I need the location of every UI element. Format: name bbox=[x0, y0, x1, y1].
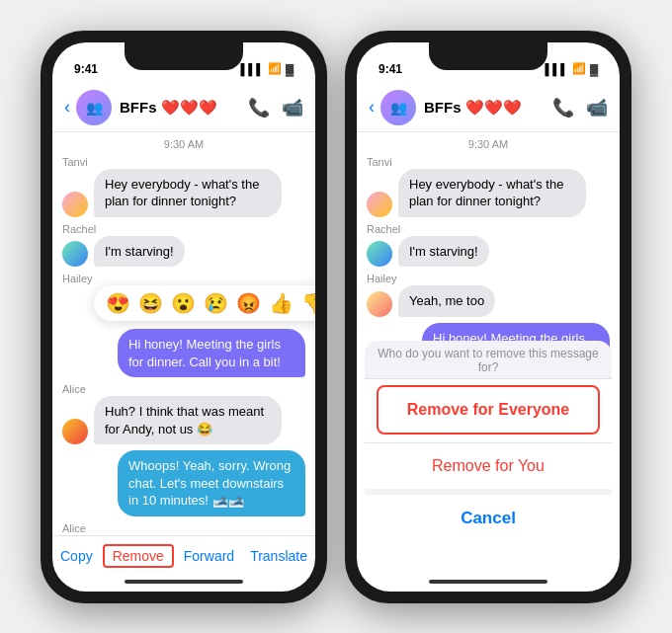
msg-p2-tanvi: Tanvi Hey everybody - what's the plan fo… bbox=[367, 156, 610, 217]
messages-area-1: Tanvi Hey everybody - what's the plan fo… bbox=[52, 152, 315, 535]
back-button-1[interactable]: ‹ bbox=[64, 97, 70, 118]
phone-icon-2[interactable]: 📞 bbox=[552, 97, 574, 119]
signal-icon-2: ▌▌▌ bbox=[546, 63, 568, 75]
status-icons-2: ▌▌▌ 📶 ▓ bbox=[546, 62, 598, 75]
signal-icon: ▌▌▌ bbox=[241, 63, 264, 75]
copy-button[interactable]: Copy bbox=[54, 544, 99, 568]
bubble-rachel: I'm starving! bbox=[94, 236, 185, 268]
msg-row-alice1: Huh? I think that was meant for Andy, no… bbox=[62, 396, 305, 444]
msg-p2-rachel: Rachel I'm starving! bbox=[367, 223, 610, 268]
emoji-love[interactable]: 😍 bbox=[106, 291, 130, 315]
home-indicator-2 bbox=[357, 572, 620, 592]
msg-sender-alice2: Alice Tell Andy hi -- see all of you soo… bbox=[62, 522, 305, 535]
battery-icon-2: ▓ bbox=[590, 63, 598, 75]
msg-row-tanvi: Hey everybody - what's the plan for dinn… bbox=[62, 169, 305, 217]
phone-1: 9:41 ▌▌▌ 📶 ▓ ‹ 👥 BFFs ❤️❤️❤️ 📞 📹 9:30 AM bbox=[41, 31, 327, 603]
bubble-p2-hailey: Yeah, me too bbox=[398, 285, 495, 317]
remove-you-option[interactable]: Remove for You bbox=[365, 443, 612, 489]
msg-sender-alice1: Alice Huh? I think that was meant for An… bbox=[62, 383, 305, 444]
bubble-out2: Whoops! Yeah, sorry. Wrong chat. Let's m… bbox=[118, 450, 305, 516]
status-icons-1: ▌▌▌ 📶 ▓ bbox=[241, 62, 294, 75]
cancel-option[interactable]: Cancel bbox=[365, 495, 612, 542]
dialog-title-text: Who do you want to remove this message f… bbox=[365, 341, 612, 378]
notch-2 bbox=[429, 42, 547, 70]
avatar-p2-rachel bbox=[367, 241, 392, 267]
home-bar-1 bbox=[125, 580, 243, 584]
avatar-alice1 bbox=[62, 419, 88, 444]
wifi-icon: 📶 bbox=[268, 62, 282, 75]
translate-button[interactable]: Translate bbox=[244, 544, 313, 568]
bubble-out1: Hi honey! Meeting the girls for dinner. … bbox=[118, 329, 305, 377]
msg-row-out2: Whoops! Yeah, sorry. Wrong chat. Let's m… bbox=[62, 450, 305, 516]
emoji-angry[interactable]: 😡 bbox=[236, 291, 261, 315]
home-bar-2 bbox=[429, 580, 547, 584]
dialog-options: Remove for Everyone Remove for You bbox=[365, 378, 612, 489]
home-indicator-1 bbox=[52, 572, 315, 592]
video-icon-1[interactable]: 📹 bbox=[282, 97, 303, 119]
bubble-p2-rachel: I'm starving! bbox=[398, 236, 489, 268]
msg-p2-hailey: Hailey Yeah, me too bbox=[367, 273, 610, 317]
group-name-1: BFFs ❤️❤️❤️ bbox=[120, 99, 248, 117]
nav-actions-2: 📞 📹 bbox=[552, 97, 608, 119]
nav-bar-2: ‹ 👥 BFFs ❤️❤️❤️ 📞 📹 bbox=[357, 86, 620, 132]
forward-button[interactable]: Forward bbox=[178, 544, 240, 568]
emoji-wow[interactable]: 😮 bbox=[171, 291, 196, 315]
bottom-toolbar-1: Copy Remove Forward Translate bbox=[52, 535, 315, 572]
battery-icon: ▓ bbox=[286, 63, 294, 75]
dialog-gap bbox=[365, 489, 612, 495]
phone-2: 9:41 ▌▌▌ 📶 ▓ ‹ 👥 BFFs ❤️❤️❤️ 📞 📹 9:30 AM bbox=[345, 31, 631, 603]
dialog-container: Who do you want to remove this message f… bbox=[357, 341, 620, 542]
avatar-p2-hailey bbox=[367, 291, 392, 317]
group-avatar-1: 👥 bbox=[76, 90, 112, 125]
avatar-p2-tanvi bbox=[367, 192, 392, 217]
bubble-alice1: Huh? I think that was meant for Andy, no… bbox=[94, 396, 282, 444]
nav-actions-1: 📞 📹 bbox=[248, 97, 303, 119]
nav-bar-1: ‹ 👥 BFFs ❤️❤️❤️ 📞 📹 bbox=[52, 86, 315, 132]
group-avatar-2: 👥 bbox=[380, 90, 416, 125]
emoji-thumbsdown[interactable]: 👎 bbox=[301, 291, 315, 315]
phone-icon-1[interactable]: 📞 bbox=[248, 97, 270, 119]
video-icon-2[interactable]: 📹 bbox=[586, 97, 608, 119]
notch-1 bbox=[125, 42, 243, 70]
emoji-thumbsup[interactable]: 👍 bbox=[269, 291, 294, 315]
group-name-2: BFFs ❤️❤️❤️ bbox=[424, 99, 552, 117]
timestamp-1: 9:30 AM bbox=[52, 132, 315, 152]
msg-row-out1: Hi honey! Meeting the girls for dinner. … bbox=[62, 329, 305, 377]
msg-row-rachel: I'm starving! bbox=[62, 236, 305, 268]
time-2: 9:41 bbox=[378, 62, 402, 76]
time-1: 9:41 bbox=[74, 62, 98, 76]
wifi-icon-2: 📶 bbox=[572, 62, 586, 75]
remove-button[interactable]: Remove bbox=[103, 544, 174, 568]
dialog-divider-top bbox=[365, 378, 612, 379]
timestamp-2: 9:30 AM bbox=[357, 132, 620, 152]
remove-everyone-option[interactable]: Remove for Everyone bbox=[377, 385, 600, 435]
reaction-bar: 😍 😆 😮 😢 😡 👍 👎 bbox=[94, 285, 315, 321]
bubble-p2-tanvi: Hey everybody - what's the plan for dinn… bbox=[398, 169, 586, 217]
bubble-tanvi: Hey everybody - what's the plan for dinn… bbox=[94, 169, 282, 217]
emoji-laugh[interactable]: 😆 bbox=[138, 291, 163, 315]
msg-sender-tanvi: Tanvi Hey everybody - what's the plan fo… bbox=[62, 156, 305, 217]
back-button-2[interactable]: ‹ bbox=[369, 97, 375, 118]
msg-sender-rachel: Rachel I'm starving! bbox=[62, 223, 305, 268]
avatar-tanvi bbox=[62, 192, 88, 217]
avatar-rachel bbox=[62, 241, 88, 267]
msg-sender-hailey: Hailey 😍 😆 😮 😢 😡 👍 👎 bbox=[62, 273, 305, 323]
emoji-sad[interactable]: 😢 bbox=[204, 291, 228, 315]
